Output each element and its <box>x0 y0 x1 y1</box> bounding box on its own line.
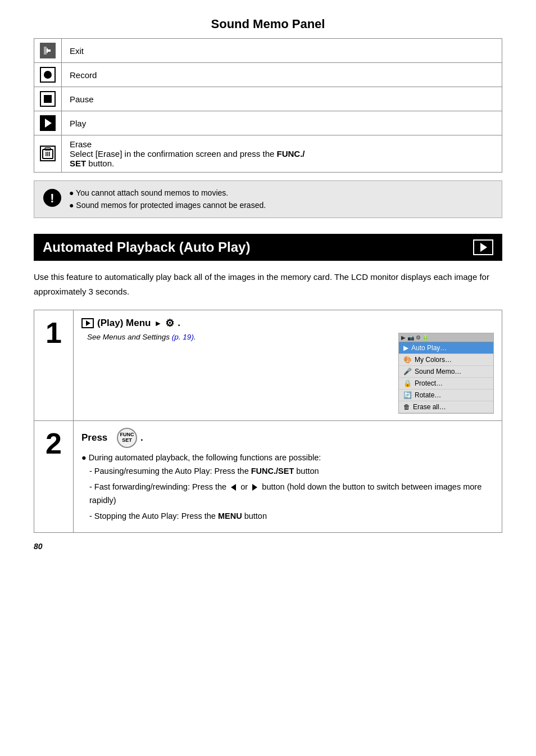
func-set-bold-2: FUNC./SET <box>251 467 294 476</box>
record-circle <box>44 71 52 79</box>
step-2-heading: Press FUNCSET . <box>81 428 494 448</box>
table-row: Play <box>34 111 502 135</box>
step-2-sub-bullets: Pausing/resuming the Auto Play: Press th… <box>81 465 494 523</box>
func-set-bold: FUNC./SET <box>70 149 305 168</box>
menu-bold: MENU <box>218 511 242 520</box>
menu-item-rotate: 🔄 Rotate… <box>399 390 493 401</box>
note-list: You cannot attach sound memos to movies.… <box>69 187 266 212</box>
table-row: Exit <box>34 39 502 63</box>
step-2-number: 2 <box>34 421 74 532</box>
table-row: Erase Select [Erase] in the confirmation… <box>34 135 502 173</box>
menu-mockup-header: ▶ 📷 ⚙ 🔋 <box>399 333 493 342</box>
protect-icon: 🔒 <box>403 379 412 387</box>
pause-icon-cell <box>34 87 62 111</box>
pause-square <box>44 95 52 103</box>
erase-label: Erase Select [Erase] in the confirmation… <box>62 135 502 173</box>
mycolors-label: My Colors… <box>415 356 452 364</box>
pause-icon <box>40 91 56 107</box>
menu-item-protect: 🔒 Protect… <box>399 378 493 390</box>
step-1-heading: (Play) Menu ► ⚙ . <box>81 317 494 329</box>
step-2-bullet-list: During automated playback, the following… <box>81 451 494 523</box>
memo-panel-table: Exit Record Pause <box>34 38 502 173</box>
record-icon-cell <box>34 63 62 87</box>
auto-play-header: Automated Playback (Auto Play) <box>34 234 502 261</box>
svg-text:!: ! <box>50 191 54 205</box>
exit-icon <box>40 43 56 58</box>
erase-icon <box>40 146 56 161</box>
table-row: Pause <box>34 87 502 111</box>
autoplay-icon-small: ▶ <box>403 344 408 352</box>
menu-item-autoplay: ▶ Auto Play… <box>399 342 493 354</box>
record-label: Record <box>62 63 502 87</box>
rotate-label: Rotate… <box>415 391 441 399</box>
autoplay-label: Auto Play… <box>411 344 447 352</box>
soundmemo-icon: 🎤 <box>403 368 412 375</box>
arrow-right-icon <box>252 484 257 491</box>
play-menu-triangle <box>86 320 90 326</box>
record-icon <box>40 67 56 83</box>
auto-play-header-triangle <box>480 243 487 252</box>
table-row: Record <box>34 63 502 87</box>
erase-icon-cell <box>34 135 62 173</box>
page-number: 80 <box>34 542 502 551</box>
protect-label: Protect… <box>415 379 443 387</box>
play-label: Play <box>62 111 502 135</box>
arrow-icon: ► <box>154 319 162 328</box>
play-icon <box>40 115 56 131</box>
eraseall-icon: 🗑 <box>403 403 410 411</box>
menu-item-mycolors: 🎨 My Colors… <box>399 354 493 366</box>
step-2-sub-bullet-1: Pausing/resuming the Auto Play: Press th… <box>89 465 494 478</box>
step-2-press-label: Press <box>81 432 107 443</box>
play-menu-icon <box>81 318 94 328</box>
step-2-sub-bullet-2: Fast forwarding/rewinding: Press the or … <box>89 481 494 508</box>
step-2-sub-bullet-3: Stopping the Auto Play: Press the MENU b… <box>89 510 494 523</box>
menu-item-soundmemo: 🎤 Sound Memo… <box>399 366 493 378</box>
menu-header-icons: ▶ 📷 ⚙ 🔋 <box>401 334 429 341</box>
soundmemo-label: Sound Memo… <box>415 368 461 375</box>
auto-play-header-icon <box>473 239 493 255</box>
step-1-number: 1 <box>34 310 74 420</box>
menu-item-eraseall: 🗑 Erase all… <box>399 401 493 413</box>
erase-label-line2: Select [Erase] in the confirmation scree… <box>70 149 305 168</box>
arrow-left-icon <box>231 484 236 491</box>
svg-rect-2 <box>44 47 47 55</box>
auto-play-intro: Use this feature to automatically play b… <box>34 270 502 298</box>
step-2-row: 2 Press FUNCSET . During automated playb… <box>34 421 502 532</box>
exit-icon-cell <box>34 39 62 63</box>
note-box: ! You cannot attach sound memos to movie… <box>34 180 502 218</box>
step-1-heading-dot: . <box>178 318 180 329</box>
step-1-heading-text: (Play) Menu <box>97 318 151 329</box>
erase-label-line1: Erase <box>70 139 92 149</box>
menu-mockup: ▶ 📷 ⚙ 🔋 ▶ Auto Play… 🎨 My Colors… 🎤 Soun… <box>398 333 494 414</box>
eraseall-label: Erase all… <box>413 403 446 411</box>
erase-svg <box>41 147 54 160</box>
exit-svg <box>42 44 54 57</box>
note-item-2: Sound memos for protected images cannot … <box>69 199 266 211</box>
step-2-content: Press FUNCSET . During automated playbac… <box>74 421 502 532</box>
sound-memo-panel-title: Sound Memo Panel <box>34 17 502 31</box>
func-set-button: FUNCSET <box>117 428 137 448</box>
step-2-heading-dot: . <box>140 432 143 443</box>
exit-label: Exit <box>62 39 502 63</box>
play-icon-cell <box>34 111 62 135</box>
step-1-row: 1 (Play) Menu ► ⚙ . ▶ 📷 ⚙ 🔋 ▶ Auto P <box>34 310 502 421</box>
step-1-content: (Play) Menu ► ⚙ . ▶ 📷 ⚙ 🔋 ▶ Auto Play… 🎨… <box>74 310 502 420</box>
warning-icon: ! <box>42 188 62 212</box>
gear-icon: ⚙ <box>165 317 174 329</box>
steps-container: 1 (Play) Menu ► ⚙ . ▶ 📷 ⚙ 🔋 ▶ Auto P <box>34 310 502 533</box>
rotate-icon: 🔄 <box>403 391 412 399</box>
step-2-main-bullet: During automated playback, the following… <box>81 451 494 465</box>
mycolors-icon: 🎨 <box>403 356 412 364</box>
pause-label: Pause <box>62 87 502 111</box>
auto-play-title: Automated Playback (Auto Play) <box>43 239 250 255</box>
step-1-subtext-em: See Menus and Settings (p. 19). <box>87 333 196 341</box>
play-triangle <box>45 119 52 128</box>
note-item-1: You cannot attach sound memos to movies. <box>69 187 266 199</box>
